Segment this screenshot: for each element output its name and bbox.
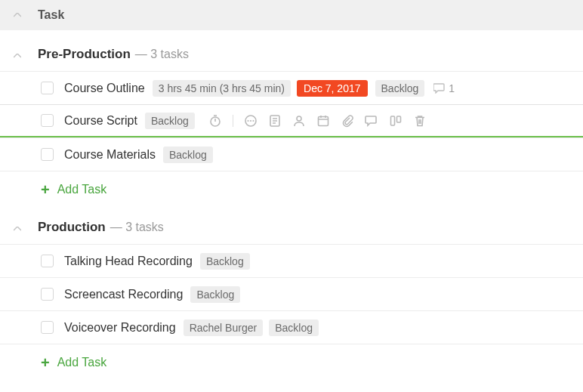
section-title[interactable]: Production [38,220,106,235]
task-title[interactable]: Screencast Recording [64,288,183,301]
task-title[interactable]: Course Script [64,114,137,128]
task-row[interactable]: Course Materials Backlog [0,137,583,171]
svg-point-3 [250,119,251,121]
task-title[interactable]: Talking Head Recording [64,255,193,268]
svg-rect-8 [390,116,394,125]
section-title[interactable]: Pre-Production [38,47,131,62]
section-header: Production — 3 tasks [0,220,583,244]
svg-point-4 [252,119,254,121]
task-title[interactable]: Voiceover Recording [64,321,176,335]
calendar-icon[interactable] [316,114,330,128]
add-task-button[interactable]: + Add Task [0,171,583,203]
note-icon[interactable] [268,114,282,128]
status-badge[interactable]: Backlog [163,147,213,163]
task-row[interactable]: Screencast Recording Backlog [0,277,583,310]
date-badge[interactable]: Dec 7, 2017 [297,80,368,97]
plus-icon: + [41,355,50,370]
svg-point-6 [297,116,301,121]
section-production: Production — 3 tasks Talking Head Record… [0,203,583,376]
section-pre-production: Pre-Production — 3 tasks Course Outline … [0,30,583,203]
task-checkbox[interactable] [41,288,54,301]
assignee-badge[interactable]: Rachel Burger [184,319,264,336]
task-row[interactable]: Voiceover Recording Rachel Burger Backlo… [0,310,583,344]
time-badge: 3 hrs 45 min (3 hrs 45 min) [153,80,291,97]
timer-icon[interactable] [208,114,222,128]
task-checkbox[interactable] [41,82,54,94]
columns-icon[interactable] [389,114,403,128]
task-checkbox[interactable] [41,321,54,334]
add-task-button[interactable]: + Add Task [0,344,583,376]
attachment-icon[interactable] [341,114,354,128]
section-collapse-icon[interactable] [11,54,24,58]
task-checkbox[interactable] [41,255,54,267]
section-task-count: — 3 tasks [110,221,164,234]
status-badge[interactable]: Backlog [190,286,240,303]
comment-count[interactable]: 1 [433,82,455,94]
task-row[interactable]: Course Outline 3 hrs 45 min (3 hrs 45 mi… [0,71,583,104]
task-title[interactable]: Course Materials [64,148,156,162]
comment-icon[interactable] [365,114,378,128]
task-title[interactable]: Course Outline [64,82,145,95]
column-title: Task [38,8,64,22]
status-badge[interactable]: Backlog [200,253,250,270]
add-task-label: Add Task [57,183,107,196]
comment-count-value: 1 [449,82,455,94]
task-row[interactable]: Course Script Backlog [0,104,583,137]
section-header: Pre-Production — 3 tasks [0,47,583,71]
trash-icon[interactable] [413,114,427,128]
svg-rect-9 [396,116,400,122]
section-collapse-icon[interactable] [11,227,24,231]
status-badge[interactable]: Backlog [145,113,195,129]
task-checkbox[interactable] [41,148,54,161]
svg-rect-7 [318,116,328,125]
toolbar-divider [233,115,233,127]
task-action-toolbar [208,114,427,128]
assignee-icon[interactable] [292,114,306,128]
section-task-count: — 3 tasks [135,48,189,61]
status-badge[interactable]: Backlog [269,319,319,336]
plus-icon: + [41,182,50,197]
add-task-label: Add Task [57,356,107,369]
more-icon[interactable] [244,114,258,128]
collapse-toggle-icon[interactable] [11,13,24,17]
status-badge[interactable]: Backlog [375,80,425,97]
column-header: Task [0,0,583,30]
svg-point-2 [247,119,248,121]
task-checkbox[interactable] [41,114,54,127]
task-row[interactable]: Talking Head Recording Backlog [0,244,583,277]
